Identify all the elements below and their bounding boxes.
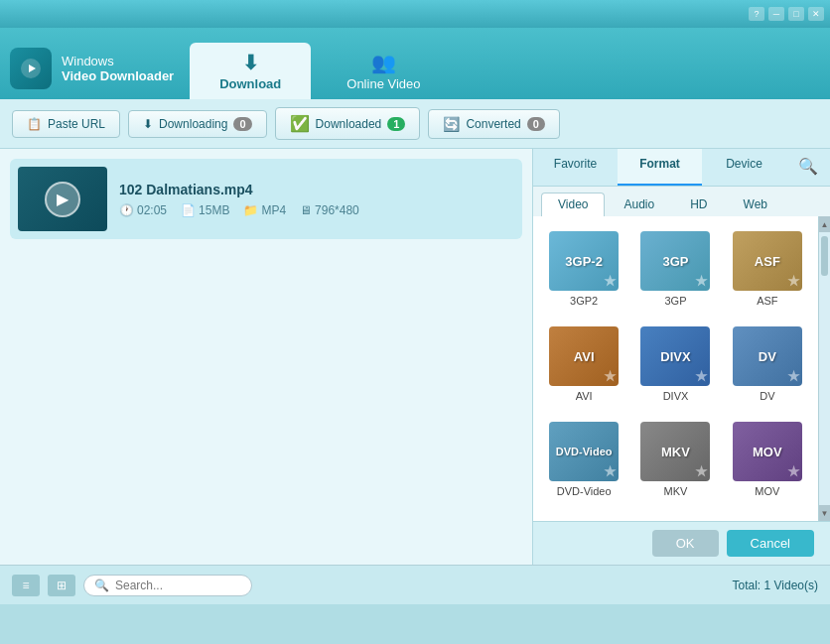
video-item[interactable]: ▶ 102 Dalmatians.mp4 🕐 02:05 📄 15MB 📁 M xyxy=(10,159,522,239)
main-area: ▶ 102 Dalmatians.mp4 🕐 02:05 📄 15MB 📁 M xyxy=(0,149,830,565)
format-icon: 📁 xyxy=(243,203,258,217)
convert-icon: 🔄 xyxy=(443,116,460,132)
video-thumbnail: ▶ xyxy=(18,167,107,231)
paste-url-button[interactable]: 📋 Paste URL xyxy=(12,110,120,138)
cancel-button[interactable]: Cancel xyxy=(727,530,814,557)
search-input[interactable] xyxy=(115,579,244,592)
tab-device[interactable]: Device xyxy=(702,149,786,186)
window-maximize-button[interactable]: □ xyxy=(788,7,804,21)
converted-badge: 0 xyxy=(527,117,545,131)
format-icon-dv: DV ★ xyxy=(733,326,802,386)
format-label-dvd: DVD-Video xyxy=(557,485,612,497)
tab-online-video-label: Online Video xyxy=(346,76,420,91)
video-info: 102 Dalmatians.mp4 🕐 02:05 📄 15MB 📁 MP4 xyxy=(119,182,514,217)
downloading-button[interactable]: ⬇ Downloading 0 xyxy=(128,110,267,138)
format-icon-mkv: MKV ★ xyxy=(640,422,710,481)
format-icon-dvd: DVD-Video ★ xyxy=(549,422,619,481)
tab-favorite[interactable]: Favorite xyxy=(533,149,618,186)
ok-button[interactable]: OK xyxy=(652,530,719,557)
app-logo xyxy=(10,48,52,89)
format-item-asf[interactable]: ASF ★ ASF xyxy=(725,224,810,314)
format-label-3gp: 3GP xyxy=(664,295,686,307)
window-close-button[interactable]: ✕ xyxy=(808,7,824,21)
tab-download[interactable]: ⬇ Download xyxy=(190,43,311,99)
format-label-3gp2: 3GP2 xyxy=(570,295,598,307)
window-titlebar: ? ─ □ ✕ xyxy=(0,0,830,28)
format-icon-avi: AVI ★ xyxy=(549,326,619,386)
format-label-mkv: MKV xyxy=(664,485,688,497)
scroll-thumb[interactable] xyxy=(821,236,828,276)
format-icon-3gp2: 3GP-2 ★ xyxy=(549,231,619,291)
download-icon: ⬇ xyxy=(242,51,259,74)
list-view-button[interactable]: ≡ xyxy=(12,575,40,596)
search-box: 🔍 xyxy=(83,575,252,596)
resolution-meta: 🖥 796*480 xyxy=(300,203,359,217)
format-item-mkv[interactable]: MKV ★ MKV xyxy=(632,415,718,504)
format-sub-tabs: Video Audio HD Web xyxy=(533,187,830,216)
format-grid: 3GP-2 ★ 3GP2 3GP ★ 3GP ASF xyxy=(533,216,818,521)
size-meta: 📄 15MB xyxy=(181,203,229,217)
play-icon: ▶ xyxy=(45,182,80,217)
downloaded-button[interactable]: ✅ Downloaded 1 xyxy=(275,107,421,140)
window-help-button[interactable]: ? xyxy=(749,7,764,21)
format-label-mov: MOV xyxy=(755,485,779,497)
tab-format[interactable]: Format xyxy=(618,149,702,186)
online-video-icon: 👥 xyxy=(371,51,396,74)
search-formats-button[interactable]: 🔍 xyxy=(786,149,830,186)
paste-icon: 📋 xyxy=(27,117,42,131)
format-item-mov[interactable]: MOV ★ MOV xyxy=(725,415,810,504)
tab-download-label: Download xyxy=(219,76,281,91)
video-meta: 🕐 02:05 📄 15MB 📁 MP4 🖥 796*480 xyxy=(119,203,514,217)
format-item-divx[interactable]: DIVX ★ DIVX xyxy=(632,320,718,409)
download-arrow-icon: ⬇ xyxy=(143,117,153,131)
scroll-down-button[interactable]: ▼ xyxy=(819,505,830,521)
total-label: Total: 1 Video(s) xyxy=(733,579,819,592)
format-grid-wrap: 3GP-2 ★ 3GP2 3GP ★ 3GP ASF xyxy=(533,216,830,521)
format-item-3gp[interactable]: 3GP ★ 3GP xyxy=(632,224,718,314)
file-icon: 📄 xyxy=(181,203,196,217)
search-icon: 🔍 xyxy=(94,579,109,592)
window-minimize-button[interactable]: ─ xyxy=(768,7,784,21)
paste-url-label: Paste URL xyxy=(48,117,105,131)
converted-button[interactable]: 🔄 Converted 0 xyxy=(428,109,560,139)
format-item-avi[interactable]: AVI ★ AVI xyxy=(541,320,626,409)
action-bar: OK Cancel xyxy=(533,521,830,565)
format-label-divx: DIVX xyxy=(663,390,689,402)
format-icon-divx: DIVX ★ xyxy=(640,326,710,386)
format-panel: Favorite Format Device 🔍 Video Audio HD … xyxy=(532,149,830,565)
format-icon-mov: MOV ★ xyxy=(733,422,802,481)
sub-tab-hd[interactable]: HD xyxy=(673,193,724,216)
downloading-badge: 0 xyxy=(233,117,251,131)
downloaded-label: Downloaded xyxy=(316,117,382,131)
format-item-dv[interactable]: DV ★ DV xyxy=(725,320,810,409)
downloading-label: Downloading xyxy=(159,117,227,131)
toolbar: 📋 Paste URL ⬇ Downloading 0 ✅ Downloaded… xyxy=(0,99,830,149)
format-item-3gp2[interactable]: 3GP-2 ★ 3GP2 xyxy=(541,224,626,314)
format-icon-asf: ASF ★ xyxy=(733,231,802,291)
format-meta: 📁 MP4 xyxy=(243,203,286,217)
grid-view-button[interactable]: ⊞ xyxy=(48,575,75,596)
app-title: Windows Video Downloader xyxy=(62,54,174,83)
downloaded-badge: 1 xyxy=(387,117,405,131)
tab-online-video[interactable]: 👥 Online Video xyxy=(317,43,450,99)
video-list: ▶ 102 Dalmatians.mp4 🕐 02:05 📄 15MB 📁 M xyxy=(0,149,532,565)
sub-tab-web[interactable]: Web xyxy=(727,193,784,216)
clock-icon: 🕐 xyxy=(119,203,134,217)
format-panel-tabs: Favorite Format Device 🔍 xyxy=(533,149,830,187)
format-item-dvd[interactable]: DVD-Video ★ DVD-Video xyxy=(541,415,626,504)
format-label-avi: AVI xyxy=(576,390,593,402)
format-icon-3gp: 3GP ★ xyxy=(640,231,710,291)
scroll-track xyxy=(819,232,830,505)
check-circle-icon: ✅ xyxy=(290,114,310,133)
scroll-up-button[interactable]: ▲ xyxy=(819,216,830,232)
format-scrollbar[interactable]: ▲ ▼ xyxy=(818,216,830,521)
video-title: 102 Dalmatians.mp4 xyxy=(119,182,514,197)
converted-label: Converted xyxy=(466,117,520,131)
duration-meta: 🕐 02:05 xyxy=(119,203,167,217)
resolution-icon: 🖥 xyxy=(300,203,312,217)
sub-tab-video[interactable]: Video xyxy=(541,193,605,216)
bottom-bar: ≡ ⊞ 🔍 Total: 1 Video(s) xyxy=(0,565,830,604)
sub-tab-audio[interactable]: Audio xyxy=(607,193,671,216)
format-label-dv: DV xyxy=(760,390,774,402)
format-label-asf: ASF xyxy=(757,295,777,307)
